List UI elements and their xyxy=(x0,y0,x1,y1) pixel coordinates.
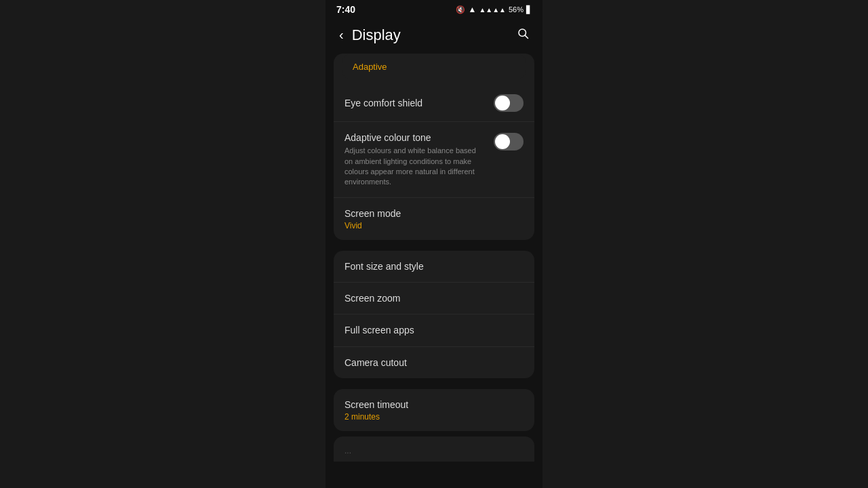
mute-icon: 🔇 xyxy=(456,5,465,14)
phone-screen: 7:40 🔇 ▲ ▲▲▲▲ 56% ▋ ‹ Display xyxy=(326,0,542,488)
bottom-partial-title: ... xyxy=(344,446,524,457)
font-size-row[interactable]: Font size and style xyxy=(334,251,534,283)
bottom-partial-section: ... xyxy=(334,436,534,462)
screen-mode-title: Screen mode xyxy=(344,207,524,220)
adaptive-section: Adaptive Eye comfort shield Adaptive col… xyxy=(334,54,534,240)
status-bar: 7:40 🔇 ▲ ▲▲▲▲ 56% ▋ xyxy=(326,0,542,19)
search-button[interactable] xyxy=(514,24,532,45)
adaptive-label: Adaptive xyxy=(353,62,387,72)
adaptive-colour-tone-title: Adaptive colour tone xyxy=(344,131,486,144)
font-size-text: Font size and style xyxy=(344,260,524,272)
full-screen-apps-title: Full screen apps xyxy=(344,324,524,336)
screen-zoom-row[interactable]: Screen zoom xyxy=(334,283,534,314)
screen-mode-text: Screen mode Vivid xyxy=(344,207,524,230)
battery-body: ▋ xyxy=(526,5,532,14)
screen-mode-row[interactable]: Screen mode Vivid xyxy=(334,198,534,240)
screen-timeout-row[interactable]: Screen timeout 2 minutes xyxy=(334,389,534,431)
page-header: ‹ Display xyxy=(326,19,542,54)
screen-timeout-subtitle: 2 minutes xyxy=(344,412,524,422)
camera-cutout-title: Camera cutout xyxy=(344,357,524,369)
battery-icon: 56% xyxy=(509,5,524,14)
full-screen-apps-row[interactable]: Full screen apps xyxy=(334,314,534,346)
eye-comfort-shield-toggle[interactable] xyxy=(494,94,524,112)
screen-timeout-section: Screen timeout 2 minutes xyxy=(334,389,534,431)
search-icon xyxy=(517,27,529,39)
status-icons: 🔇 ▲ ▲▲▲▲ 56% ▋ xyxy=(456,5,532,14)
back-button[interactable]: ‹ xyxy=(336,24,347,45)
adaptive-colour-tone-description: Adjust colours and white balance based o… xyxy=(344,146,486,188)
screen-mode-subtitle: Vivid xyxy=(344,221,524,230)
eye-comfort-shield-row[interactable]: Eye comfort shield xyxy=(334,85,534,122)
signal-icon: ▲▲▲▲ xyxy=(479,6,506,14)
toggle-knob-2 xyxy=(495,134,510,149)
settings-content: Adaptive Eye comfort shield Adaptive col… xyxy=(326,54,542,488)
screen-timeout-title: Screen timeout xyxy=(344,399,524,411)
camera-cutout-row[interactable]: Camera cutout xyxy=(334,347,534,378)
page-title: Display xyxy=(352,26,514,44)
wifi-icon: ▲ xyxy=(468,5,476,14)
screen-zoom-title: Screen zoom xyxy=(344,292,524,304)
camera-cutout-text: Camera cutout xyxy=(344,357,524,369)
adaptive-colour-tone-text: Adaptive colour tone Adjust colours and … xyxy=(344,131,486,188)
screen-zoom-text: Screen zoom xyxy=(344,292,524,304)
adaptive-row: Adaptive xyxy=(342,54,526,79)
toggle-knob xyxy=(495,96,510,110)
adaptive-colour-tone-row[interactable]: Adaptive colour tone Adjust colours and … xyxy=(334,122,534,198)
eye-comfort-shield-text: Eye comfort shield xyxy=(344,97,494,109)
adaptive-colour-toggle[interactable] xyxy=(494,133,524,150)
svg-line-1 xyxy=(525,35,528,38)
screen-timeout-text: Screen timeout 2 minutes xyxy=(344,399,524,422)
full-screen-apps-text: Full screen apps xyxy=(344,324,524,336)
display-options-section: Font size and style Screen zoom Full scr… xyxy=(334,251,534,378)
status-time: 7:40 xyxy=(336,4,355,15)
eye-comfort-shield-title: Eye comfort shield xyxy=(344,97,494,109)
font-size-title: Font size and style xyxy=(344,260,524,272)
